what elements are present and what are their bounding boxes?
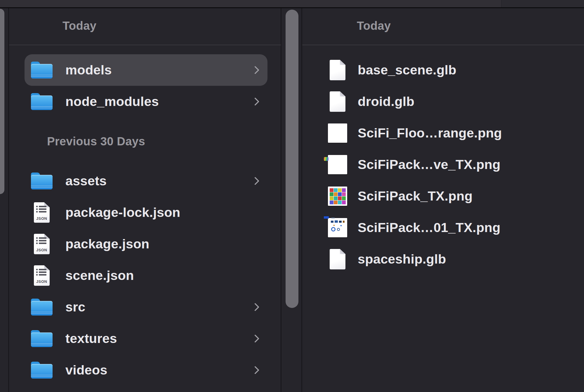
section-header-today-left: Today [62,19,96,32]
item-label: SciFiPack…ve_TX.png [358,157,500,172]
chevron-right-icon[interactable] [251,177,259,185]
scrollbar-thumb[interactable] [0,9,4,194]
item-label: src [65,299,85,315]
folder-icon [31,86,53,117]
file-list-column: base_scene.glbdroid.glbSciFi_Floo…range.… [302,45,584,275]
item-label: assets [65,173,107,189]
row-spaceship-glb[interactable]: spaceship.glb [302,243,584,275]
item-label: package.json [65,236,150,252]
image-thumbnail [327,149,348,180]
row-droid-glb[interactable]: droid.glb [302,86,584,117]
file-icon [327,86,348,117]
row-assets[interactable]: assets [25,165,267,197]
image-thumbnail [327,117,348,149]
row-videos[interactable]: videos [25,354,267,386]
chevron-right-icon[interactable] [251,303,259,311]
folder-icon [31,291,53,323]
item-label: models [65,62,112,78]
row-scifipack-tx-png[interactable]: SciFiPack_TX.png [302,180,584,212]
chevron-right-icon[interactable] [251,334,259,343]
item-label: node_modules [65,94,159,109]
row-package-lock-json[interactable]: JSONpackage-lock.json [25,197,267,228]
row-models[interactable]: models [25,54,267,86]
image-thumbnail [327,180,348,212]
json-file-icon: JSON [31,260,53,291]
row-node-modules[interactable]: node_modules [25,86,267,117]
item-label: videos [65,363,107,378]
item-label: SciFi_Floo…range.png [358,126,502,141]
toolbar-divider [0,7,584,8]
section-header-today-right: Today [357,19,391,32]
group-header: Previous 30 Days [9,117,281,165]
item-label: droid.glb [358,94,414,109]
folder-icon [31,54,53,86]
row-scifi-floo-range-png[interactable]: SciFi_Floo…range.png [302,117,584,149]
item-label: base_scene.glb [358,62,456,78]
folder-icon [31,165,53,197]
row-scifipack-01-tx-png[interactable]: SciFiPack…01_TX.png [302,212,584,243]
finder-column-view: Today Today modelsnode_modulesPrevious 3… [0,0,584,392]
chevron-right-icon[interactable] [251,66,259,74]
item-label: package-lock.json [65,205,180,220]
file-icon [327,243,348,275]
row-scifipack-ve-tx-png[interactable]: SciFiPack…ve_TX.png [302,149,584,180]
folder-icon [31,354,53,386]
row-package-json[interactable]: JSONpackage.json [25,228,267,260]
item-label: textures [65,331,117,346]
json-file-icon: JSON [31,197,53,228]
chevron-right-icon[interactable] [251,97,259,106]
file-icon [327,54,348,86]
item-label: scene.json [65,268,134,283]
folder-icon [31,323,53,354]
toolbar-seam [501,0,584,7]
row-scene-json[interactable]: JSONscene.json [25,260,267,291]
item-label: spaceship.glb [358,252,446,267]
json-file-icon: JSON [31,228,53,260]
scrollbar-thumb[interactable] [286,10,298,308]
row-base-scene-glb[interactable]: base_scene.glb [302,54,584,86]
chevron-right-icon[interactable] [251,366,259,374]
toolbar-bottom-edge [0,0,584,7]
column-divider [281,8,281,392]
image-thumbnail [327,212,348,243]
item-label: SciFiPack…01_TX.png [358,220,500,235]
folder-list-column: modelsnode_modulesPrevious 30 Daysassets… [9,45,281,386]
row-textures[interactable]: textures [25,323,267,354]
item-label: SciFiPack_TX.png [358,189,472,204]
row-src[interactable]: src [25,291,267,323]
